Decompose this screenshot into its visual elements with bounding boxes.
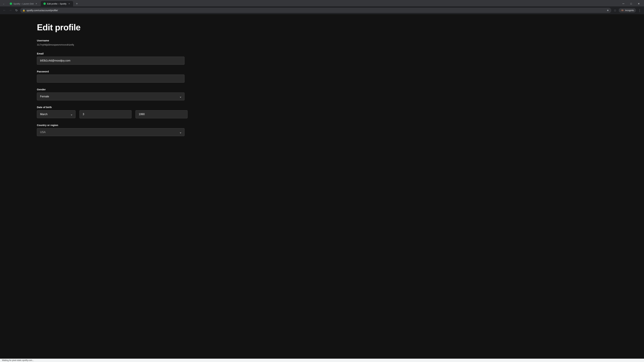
status-bar: Waiting for pixel-static.spotify.com... [0, 359, 644, 362]
tab-spotify-main[interactable]: Spotify – Lauren Deli ✕ [7, 1, 40, 6]
username-value: 317nyh6jd3mospwvnmvvx4rizefq [37, 43, 644, 46]
dob-day-input[interactable] [80, 110, 132, 118]
new-tab-button[interactable]: + [74, 1, 80, 6]
browser-window: ⌄ Spotify – Lauren Deli ✕ Edit profile –… [0, 0, 644, 362]
email-input[interactable] [37, 57, 184, 65]
tab-chevron[interactable]: ⌄ [1, 1, 6, 6]
star-icon[interactable]: ★ [606, 9, 609, 12]
username-label: Username [37, 39, 644, 42]
maximize-button[interactable]: □ [627, 1, 635, 6]
country-label: Country or region [37, 124, 644, 126]
password-input[interactable] [37, 75, 184, 83]
dob-year-input[interactable] [136, 110, 188, 118]
password-label: Password [37, 70, 644, 73]
page-content: Edit profile Username 317nyh6jd3mospwvnm… [0, 14, 644, 362]
page-title: Edit profile [37, 22, 644, 32]
incognito-indicator: 🦇 Incognito [619, 8, 636, 12]
incognito-icon: 🦇 [621, 9, 624, 12]
lock-icon: 🔒 [22, 9, 25, 11]
country-select-wrapper: USA United Kingdom Canada Australia Germ… [37, 128, 184, 136]
tab-label-inactive: Spotify – Lauren Deli [14, 2, 34, 5]
address-bar[interactable]: 🔒 spotify.com/us/account/profile/ ★ [20, 8, 611, 13]
menu-button[interactable]: ⋮ [637, 8, 642, 13]
window-controls: ─ □ ✕ [620, 1, 643, 6]
gender-section: Gender Male Female Non-binary Other Pref… [37, 88, 644, 100]
minimize-button[interactable]: ─ [620, 1, 627, 6]
tab-close-inactive[interactable]: ✕ [35, 2, 38, 5]
tab-bar: ⌄ Spotify – Lauren Deli ✕ Edit profile –… [0, 0, 644, 6]
dob-row: January February March April May June Ju… [37, 110, 644, 118]
dob-month-select[interactable]: January February March April May June Ju… [37, 110, 76, 118]
country-section: Country or region USA United Kingdom Can… [37, 124, 644, 136]
password-section: Password [37, 70, 644, 83]
back-button[interactable]: ← [2, 8, 7, 13]
gender-select-wrapper: Male Female Non-binary Other Prefer not … [37, 92, 184, 100]
tab-close-active[interactable]: ✕ [68, 2, 70, 5]
tab-edit-profile[interactable]: Edit profile – Spotify ✕ [41, 1, 73, 6]
country-select[interactable]: USA United Kingdom Canada Australia Germ… [37, 128, 184, 136]
gender-select[interactable]: Male Female Non-binary Other Prefer not … [37, 92, 184, 100]
dob-label: Date of birth [37, 106, 644, 109]
forward-button[interactable]: → [8, 8, 13, 13]
split-view-button[interactable]: □ [613, 8, 617, 13]
tab-favicon-inactive [10, 2, 12, 5]
dob-section: Date of birth January February March Apr… [37, 106, 644, 118]
tab-label-active: Edit profile – Spotify [47, 2, 66, 5]
status-text: Waiting for pixel-static.spotify.com... [2, 359, 34, 362]
reload-button[interactable]: ↻ [14, 8, 19, 13]
username-section: Username 317nyh6jd3mospwvnmvvx4rizefq [37, 39, 644, 46]
dob-month-wrapper: January February March April May June Ju… [37, 110, 76, 118]
incognito-label: Incognito [625, 9, 634, 11]
browser-toolbar: ← → ↻ 🔒 spotify.com/us/account/profile/ … [0, 6, 644, 14]
gender-label: Gender [37, 88, 644, 91]
close-button[interactable]: ✕ [635, 1, 643, 6]
address-bar-url: spotify.com/us/account/profile/ [26, 9, 605, 12]
email-label: Email [37, 52, 644, 55]
email-section: Email [37, 52, 644, 65]
tab-favicon-active [44, 2, 46, 5]
